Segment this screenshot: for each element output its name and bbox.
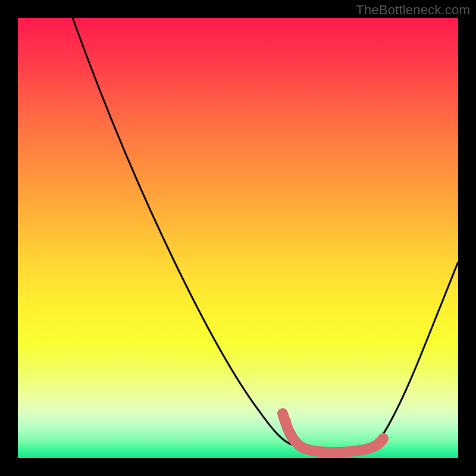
- chart-svg: [18, 18, 458, 458]
- marker-dot-2: [286, 429, 296, 440]
- bottleneck-curve: [73, 18, 458, 453]
- chart-frame: TheBottleneck.com: [0, 0, 476, 476]
- marker-dot-1: [280, 416, 291, 427]
- chart-plot-area: [18, 18, 458, 458]
- watermark-text: TheBottleneck.com: [356, 2, 470, 18]
- optimal-segment: [283, 414, 383, 452]
